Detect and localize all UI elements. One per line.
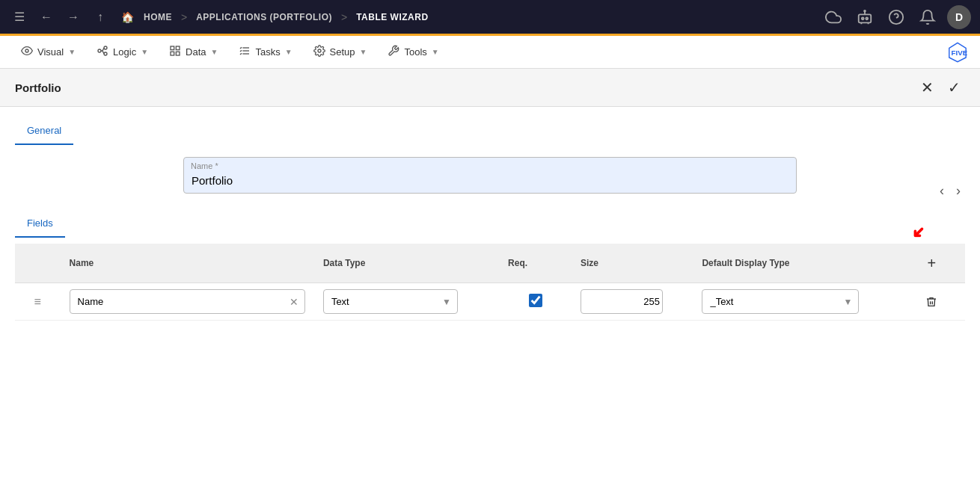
help-icon[interactable]	[884, 5, 908, 29]
panel-title: Portfolio	[15, 81, 61, 94]
notification-icon[interactable]	[916, 5, 940, 29]
prev-arrow-button[interactable]: ‹	[935, 182, 949, 200]
svg-text:FIVE: FIVE	[952, 49, 968, 57]
nav-logic[interactable]: Logic ▼	[88, 40, 157, 64]
back-button[interactable]: ←	[36, 7, 57, 28]
svg-point-2	[866, 17, 868, 19]
drag-cell: ≡	[15, 283, 61, 321]
next-arrow-button[interactable]: ›	[952, 182, 965, 200]
add-row-button[interactable]: +	[919, 251, 943, 275]
tasks-chevron: ▼	[285, 48, 293, 56]
breadcrumb-sep-1: >	[181, 11, 187, 23]
drag-handle[interactable]: ≡	[34, 295, 41, 308]
fields-section: Fields Name Data Type Req. Size Default …	[15, 212, 965, 321]
breadcrumb-table-wizard: TABLE WIZARD	[356, 12, 428, 22]
fields-tabs: Fields	[15, 212, 965, 238]
display-type-select-wrap: _Text _Integer _Decimal _Boolean _Date ▼	[702, 289, 859, 314]
nav-tools[interactable]: Tools ▼	[379, 40, 447, 64]
data-type-chevron: ▼	[436, 297, 457, 307]
nav-tools-label: Tools	[404, 46, 426, 58]
size-input[interactable]	[581, 290, 663, 313]
visual-icon	[21, 45, 33, 59]
up-button[interactable]: ↑	[90, 7, 111, 28]
svg-point-6	[25, 49, 28, 52]
col-name: Name	[61, 244, 314, 283]
setup-icon	[313, 45, 325, 59]
svg-point-3	[864, 10, 866, 11]
data-icon	[169, 45, 181, 59]
forward-button[interactable]: →	[63, 7, 84, 28]
close-button[interactable]: ✕	[916, 76, 938, 99]
svg-point-1	[862, 17, 864, 19]
row-name-input-wrap: ✕	[70, 289, 305, 314]
display-type-cell: _Text _Integer _Decimal _Boolean _Date ▼	[693, 283, 910, 321]
breadcrumb-applications[interactable]: APPLICATIONS (PORTFOLIO)	[196, 12, 332, 22]
breadcrumb-sep-2: >	[341, 11, 347, 23]
name-input[interactable]	[183, 157, 797, 194]
display-type-select[interactable]: _Text _Integer _Decimal _Boolean _Date	[702, 290, 837, 313]
delete-row-button[interactable]	[919, 290, 943, 314]
logic-icon	[97, 45, 108, 59]
secondary-nav: Visual ▼ Logic ▼ Data ▼	[0, 36, 980, 69]
nav-visual[interactable]: Visual ▼	[12, 40, 85, 64]
table-row: ≡ ✕ Text	[15, 283, 965, 321]
hamburger-menu-button[interactable]: ☰	[9, 7, 30, 28]
nav-left: ☰ ← → ↑ 🏠 HOME > APPLICATIONS (PORTFOLIO…	[9, 7, 821, 28]
col-drag	[15, 244, 61, 283]
logic-chevron: ▼	[141, 48, 148, 56]
nav-data-label: Data	[186, 46, 206, 58]
delete-cell	[910, 283, 965, 321]
confirm-button[interactable]: ✓	[943, 76, 965, 99]
five-logo: FIVE	[947, 42, 968, 63]
table-header-row: Name Data Type Req. Size Default Display…	[15, 244, 965, 283]
breadcrumb-home[interactable]: HOME	[144, 12, 172, 22]
data-chevron: ▼	[211, 48, 218, 56]
col-req: Req.	[499, 244, 572, 283]
panel-header-actions: ✕ ✓	[916, 76, 965, 99]
data-type-select[interactable]: Text Integer Decimal Boolean Date	[324, 290, 436, 313]
svg-rect-12	[171, 52, 174, 55]
data-type-cell: Text Integer Decimal Boolean Date ▼	[314, 283, 499, 321]
five-logo-svg: FIVE	[947, 42, 968, 63]
col-default-display-type: Default Display Type	[693, 244, 910, 283]
svg-point-9	[104, 52, 107, 55]
tools-icon	[388, 45, 399, 59]
fields-table: Name Data Type Req. Size Default Display…	[15, 244, 965, 321]
display-type-chevron: ▼	[838, 297, 859, 307]
fields-table-container: Name Data Type Req. Size Default Display…	[15, 244, 965, 321]
tabs: General	[15, 119, 965, 145]
panel-header: Portfolio ✕ ✓	[0, 69, 980, 107]
panel-body: ‹ › General Name * Fields	[0, 107, 980, 333]
nav-logic-label: Logic	[113, 46, 136, 58]
req-checkbox[interactable]	[529, 294, 542, 307]
nav-tasks-label: Tasks	[255, 46, 280, 58]
cloud-icon[interactable]	[821, 5, 845, 29]
top-nav: ☰ ← → ↑ 🏠 HOME > APPLICATIONS (PORTFOLIO…	[0, 0, 980, 36]
row-name-clear-button[interactable]: ✕	[284, 296, 304, 308]
home-icon: 🏠	[117, 7, 138, 28]
nav-tasks[interactable]: Tasks ▼	[230, 40, 301, 64]
tools-chevron: ▼	[432, 48, 439, 56]
main-content: Portfolio ✕ ✓ ‹ › General Name * Fields	[0, 69, 980, 494]
svg-point-8	[104, 46, 107, 49]
nav-visual-label: Visual	[37, 46, 64, 58]
svg-rect-0	[859, 14, 872, 22]
tab-fields[interactable]: Fields	[15, 212, 65, 238]
name-field: Name *	[183, 157, 797, 194]
col-data-type: Data Type	[314, 244, 499, 283]
row-name-input[interactable]	[70, 290, 284, 313]
size-input-wrap: ✕	[581, 289, 663, 314]
req-cell	[499, 283, 572, 321]
nav-data[interactable]: Data ▼	[160, 40, 227, 64]
tab-general[interactable]: General	[15, 119, 73, 145]
svg-rect-11	[176, 46, 180, 50]
svg-point-17	[318, 49, 321, 52]
setup-chevron: ▼	[360, 48, 367, 56]
robot-icon[interactable]	[853, 5, 877, 29]
svg-rect-13	[176, 52, 180, 55]
nav-setup[interactable]: Setup ▼	[304, 40, 376, 64]
svg-point-7	[98, 49, 101, 52]
visual-chevron: ▼	[68, 48, 76, 56]
size-cell: ✕	[572, 283, 693, 321]
user-avatar[interactable]: D	[947, 5, 971, 29]
